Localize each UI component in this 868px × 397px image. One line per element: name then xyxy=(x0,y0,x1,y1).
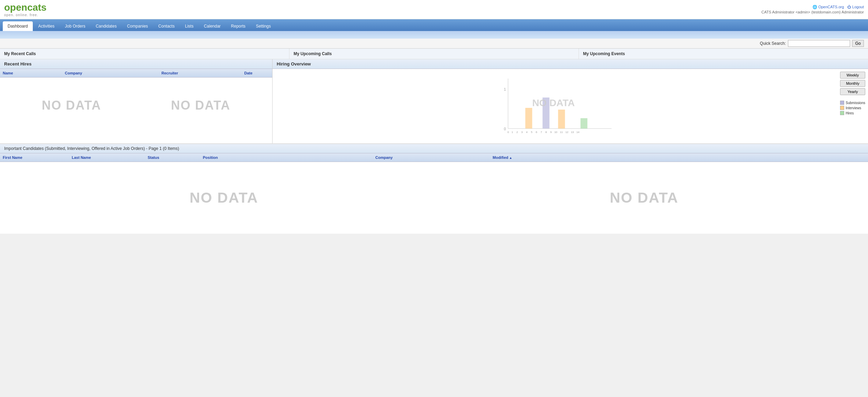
candidates-title: Important Candidates (Submitted, Intervi… xyxy=(0,144,868,153)
weekly-button[interactable]: Weekly xyxy=(840,72,865,79)
col-header-recruiter: Recruiter xyxy=(159,70,241,76)
cand-col-first-name: First Name xyxy=(0,155,69,160)
bar-chart: 1 0 N xyxy=(275,72,837,137)
svg-text:NO DATA: NO DATA xyxy=(532,98,575,108)
svg-text:14: 14 xyxy=(576,131,580,134)
hiring-overview-section: Hiring Overview 1 0 xyxy=(273,59,868,143)
svg-text:0: 0 xyxy=(507,131,509,134)
globe-icon: 🌐 xyxy=(812,5,817,9)
blue-strip xyxy=(0,31,868,39)
svg-text:2: 2 xyxy=(516,131,518,134)
nav-bar: DashboardActivitiesJob OrdersCandidatesC… xyxy=(0,19,868,31)
user-info: CATS Administrator <admin> (testdomain.c… xyxy=(761,10,864,14)
svg-text:10: 10 xyxy=(554,131,558,134)
chart-controls: Weekly Monthly Yearly Submissions Interv… xyxy=(840,72,865,141)
cand-no-data-1: NO DATA xyxy=(189,190,258,206)
nav-tab-job-orders[interactable]: Job Orders xyxy=(60,21,90,31)
calls-row: My Recent Calls My Upcoming Calls My Upc… xyxy=(0,49,868,59)
svg-text:0: 0 xyxy=(504,127,506,131)
candidates-no-data: NO DATA NO DATA xyxy=(0,162,868,234)
monthly-button[interactable]: Monthly xyxy=(840,80,865,87)
chart-area: 1 0 N xyxy=(275,72,837,141)
nav-tab-candidates[interactable]: Candidates xyxy=(91,21,121,31)
logo-sub: open. online. free. xyxy=(4,13,47,17)
nav-tab-dashboard[interactable]: Dashboard xyxy=(3,21,33,31)
interviews-label: Interviews xyxy=(846,106,861,110)
recent-hires-title: Recent Hires xyxy=(0,59,272,69)
submissions-color xyxy=(840,101,844,105)
search-go-button[interactable]: Go xyxy=(852,40,864,47)
svg-text:6: 6 xyxy=(536,131,537,134)
cand-col-status: Status xyxy=(145,155,200,160)
submissions-label: Submissions xyxy=(846,101,865,105)
hires-color xyxy=(840,111,844,115)
recent-hires-section: Recent Hires Name Company Recruiter Date… xyxy=(0,59,273,143)
quick-search-bar: Quick Search: Go xyxy=(0,39,868,49)
svg-text:9: 9 xyxy=(550,131,552,134)
candidates-header: First Name Last Name Status Position Com… xyxy=(0,153,868,162)
legend-hires: Hires xyxy=(840,111,865,115)
yearly-button[interactable]: Yearly xyxy=(840,88,865,95)
svg-text:13: 13 xyxy=(571,131,574,134)
header-right: 🌐 OpenCATS.org ⏻ Logout CATS Administrat… xyxy=(761,5,864,14)
legend-submissions: Submissions xyxy=(840,101,865,105)
logo-cats: cats xyxy=(27,2,47,13)
chart-legend: Submissions Interviews Hires xyxy=(840,101,865,116)
recent-hires-header: Name Company Recruiter Date xyxy=(0,69,272,78)
nav-tab-settings[interactable]: Settings xyxy=(251,21,276,31)
hires-label: Hires xyxy=(846,111,854,115)
opencats-link[interactable]: 🌐 OpenCATS.org xyxy=(812,5,844,9)
svg-text:11: 11 xyxy=(560,131,563,134)
logo-area: opencats open. online. free. xyxy=(4,2,47,17)
svg-text:1: 1 xyxy=(504,88,506,91)
svg-text:4: 4 xyxy=(526,131,528,134)
hiring-overview-inner: 1 0 N xyxy=(273,69,868,143)
cand-col-position: Position xyxy=(200,155,373,160)
svg-rect-4 xyxy=(525,108,532,129)
candidates-section: Important Candidates (Submitted, Intervi… xyxy=(0,144,868,234)
cand-col-last-name: Last Name xyxy=(69,155,145,160)
svg-rect-6 xyxy=(558,110,565,129)
legend-interviews: Interviews xyxy=(840,106,865,110)
nav-tab-reports[interactable]: Reports xyxy=(226,21,250,31)
nav-tab-activities[interactable]: Activities xyxy=(33,21,59,31)
logo-open: open xyxy=(4,2,27,13)
hiring-overview-title: Hiring Overview xyxy=(273,59,868,69)
recent-hires-no-data: NO DATA NO DATA xyxy=(0,78,272,133)
header-top: opencats open. online. free. 🌐 OpenCATS.… xyxy=(0,0,868,19)
svg-text:12: 12 xyxy=(565,131,569,134)
col-header-date: Date xyxy=(241,70,272,76)
svg-text:8: 8 xyxy=(545,131,547,134)
logout-link[interactable]: ⏻ Logout xyxy=(847,5,864,9)
interviews-color xyxy=(840,106,844,110)
svg-rect-7 xyxy=(581,118,588,129)
no-data-text-2: NO DATA xyxy=(171,98,230,113)
nav-tab-calendar[interactable]: Calendar xyxy=(199,21,226,31)
upcoming-calls-panel: My Upcoming Calls xyxy=(289,49,579,59)
upcoming-events-title: My Upcoming Events xyxy=(583,51,625,56)
recent-calls-title: My Recent Calls xyxy=(4,51,36,56)
svg-text:3: 3 xyxy=(521,131,523,134)
quick-search-label: Quick Search: xyxy=(760,41,786,46)
svg-text:7: 7 xyxy=(541,131,542,134)
col-header-company: Company xyxy=(62,70,159,76)
svg-text:1: 1 xyxy=(512,131,513,134)
logout-icon: ⏻ xyxy=(847,5,851,9)
header-links: 🌐 OpenCATS.org ⏻ Logout xyxy=(761,5,864,9)
cand-no-data-2: NO DATA xyxy=(610,190,678,206)
cand-col-modified[interactable]: Modified xyxy=(490,155,868,160)
upcoming-calls-title: My Upcoming Calls xyxy=(294,51,332,56)
cand-col-company: Company xyxy=(373,155,490,160)
svg-text:5: 5 xyxy=(531,131,533,134)
middle-row: Recent Hires Name Company Recruiter Date… xyxy=(0,59,868,144)
no-data-text-1: NO DATA xyxy=(42,98,101,113)
recent-calls-panel: My Recent Calls xyxy=(0,49,289,59)
logo-text: opencats xyxy=(4,2,47,13)
nav-tab-contacts[interactable]: Contacts xyxy=(154,21,179,31)
nav-tab-lists[interactable]: Lists xyxy=(180,21,198,31)
search-input[interactable] xyxy=(788,40,850,47)
upcoming-events-panel: My Upcoming Events xyxy=(579,49,868,59)
col-header-name: Name xyxy=(0,70,62,76)
main-content: My Recent Calls My Upcoming Calls My Upc… xyxy=(0,49,868,234)
nav-tab-companies[interactable]: Companies xyxy=(122,21,153,31)
